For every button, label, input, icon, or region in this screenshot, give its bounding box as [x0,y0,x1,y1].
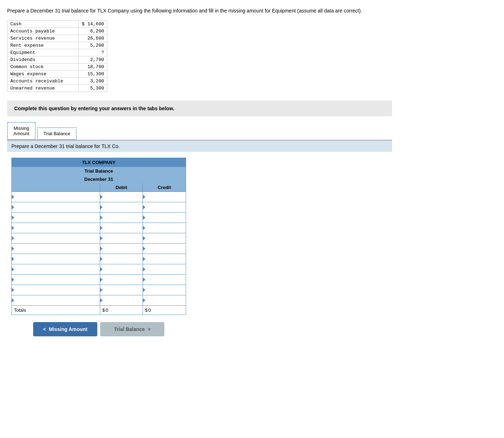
credit-input[interactable] [145,194,184,199]
debit-cell[interactable] [100,192,143,202]
credit-input[interactable] [145,266,184,271]
debit-input[interactable] [102,245,140,251]
account-cell[interactable] [12,213,100,223]
debit-cell[interactable] [100,244,143,254]
credit-cell[interactable] [143,202,186,212]
debit-cell[interactable] [100,264,143,274]
debit-input[interactable] [102,194,140,199]
credit-cell[interactable] [143,264,186,274]
account-input[interactable] [14,256,98,261]
dollar-sign-credit: $ [145,307,148,313]
given-data-row: Common stock18,700 [7,63,107,71]
account-input[interactable] [14,214,98,220]
account-input[interactable] [14,287,98,292]
col-account-header [12,183,100,192]
debit-cell[interactable] [100,254,143,264]
prev-icon: < [43,326,46,332]
trial-balance-rows [12,192,186,305]
prev-label: Missing Amount [49,326,87,332]
debit-input[interactable] [102,297,140,302]
total-debit-input[interactable] [106,307,140,313]
credit-input[interactable] [145,297,184,302]
account-cell[interactable] [12,223,100,233]
account-input[interactable] [14,194,98,199]
debit-cell[interactable] [100,213,143,223]
account-input[interactable] [14,225,98,230]
debit-input[interactable] [102,287,140,292]
debit-cell[interactable] [100,223,143,233]
account-input[interactable] [14,204,98,209]
given-account-amount: 18,700 [79,63,107,71]
credit-cell[interactable] [143,285,186,295]
given-data-row: Equipment? [7,49,107,56]
credit-input[interactable] [145,225,184,230]
debit-cell[interactable] [100,285,143,295]
debit-cell[interactable] [100,202,143,212]
credit-cell[interactable] [143,275,186,285]
credit-input[interactable] [145,204,184,209]
account-input[interactable] [14,276,98,282]
credit-cell[interactable] [143,213,186,223]
credit-input[interactable] [145,276,184,282]
given-account-amount: 26,600 [79,35,107,42]
account-cell[interactable] [12,202,100,212]
given-account-name: Rent expense [7,42,79,49]
credit-input[interactable] [145,287,184,292]
tab-missing-amount[interactable]: Missing Amount [7,122,36,140]
given-account-name: Common stock [7,63,79,71]
account-cell[interactable] [12,244,100,254]
account-cell[interactable] [12,192,100,202]
account-input[interactable] [14,297,98,302]
account-cell[interactable] [12,254,100,264]
account-input[interactable] [14,245,98,251]
debit-cell[interactable] [100,295,143,305]
section-header: Prepare a December 31 trial balance for … [7,140,392,152]
credit-cell[interactable] [143,254,186,264]
debit-input[interactable] [102,266,140,271]
tab-missing-line1: Missing [14,126,29,131]
given-account-name: Cash [7,21,79,28]
tab-trial-balance[interactable]: Trial Balance [37,127,77,140]
debit-input[interactable] [102,204,140,209]
credit-input[interactable] [145,245,184,251]
credit-cell[interactable] [143,192,186,202]
totals-label: Totals [12,306,100,315]
account-cell[interactable] [12,264,100,274]
given-data-table: Cash$ 14,600Accounts payable6,200Service… [7,20,107,92]
company-name: TLX COMPANY [12,158,186,167]
tab-trial-label: Trial Balance [43,131,70,136]
account-cell[interactable] [12,233,100,243]
account-input[interactable] [14,235,98,240]
account-input[interactable] [14,266,98,271]
given-account-amount: 15,300 [79,71,107,78]
total-credit-input[interactable] [148,307,184,313]
debit-input[interactable] [102,214,140,220]
table-row [12,295,186,305]
credit-input[interactable] [145,256,184,261]
debit-input[interactable] [102,256,140,261]
total-credit-cell[interactable]: $ [143,306,186,315]
given-account-amount: $ 14,600 [79,21,107,28]
account-cell[interactable] [12,275,100,285]
credit-input[interactable] [145,214,184,220]
debit-input[interactable] [102,235,140,240]
credit-cell[interactable] [143,295,186,305]
total-debit-cell[interactable]: $ [100,306,143,315]
debit-input[interactable] [102,276,140,282]
credit-cell[interactable] [143,233,186,243]
account-cell[interactable] [12,285,100,295]
totals-row: Totals $ $ [12,305,186,315]
debit-input[interactable] [102,225,140,230]
next-button[interactable]: Trial Balance > [100,322,164,336]
table-row [12,243,186,254]
credit-cell[interactable] [143,244,186,254]
nav-buttons: < Missing Amount Trial Balance > [11,322,186,336]
credit-input[interactable] [145,235,184,240]
account-cell[interactable] [12,295,100,305]
debit-cell[interactable] [100,275,143,285]
credit-cell[interactable] [143,223,186,233]
given-account-name: Equipment [7,49,79,56]
given-account-amount: 2,700 [79,56,107,63]
prev-button[interactable]: < Missing Amount [33,322,98,336]
debit-cell[interactable] [100,233,143,243]
